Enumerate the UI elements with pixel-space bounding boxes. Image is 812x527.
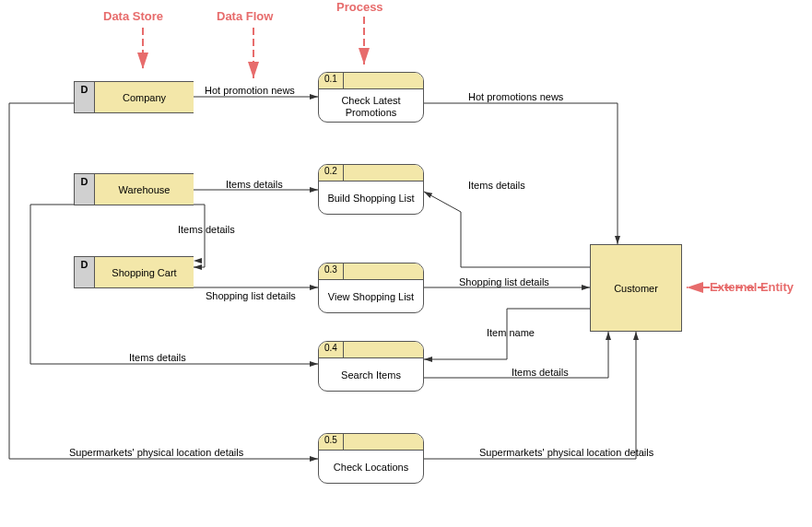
annot-data-flow: Data Flow	[217, 9, 273, 23]
process-0-4-label: Search Items	[319, 358, 423, 392]
annot-process: Process	[336, 0, 383, 14]
store-warehouse: D Warehouse	[74, 173, 194, 205]
process-0-3-num: 0.3	[319, 264, 344, 279]
flow-shopping-list-1: Shopping list details	[206, 290, 296, 301]
store-company: D Company	[74, 81, 194, 113]
process-0-4-num: 0.4	[319, 342, 344, 357]
store-warehouse-label: Warehouse	[95, 174, 194, 205]
flow-loc-1: Supermarkets' physical location details	[69, 447, 243, 458]
store-cart-label: Shopping Cart	[95, 257, 194, 287]
process-check-locations: 0.5 Check Locations	[318, 433, 424, 484]
flow-item-name: Item name	[487, 327, 535, 338]
process-view-list: 0.3 View Shopping List	[318, 263, 424, 313]
flow-items-details-5: Items details	[129, 352, 186, 363]
store-cart: D Shopping Cart	[74, 256, 194, 288]
process-check-promotions: 0.1 Check LatestPromotions	[318, 72, 424, 123]
store-cart-tag: D	[75, 257, 95, 287]
process-0-3-label: View Shopping List	[319, 280, 423, 313]
flow-loc-2: Supermarkets' physical location details	[479, 447, 653, 458]
process-0-2-label: Build Shopping List	[319, 182, 423, 215]
flow-items-details-3: Items details	[178, 224, 235, 235]
store-warehouse-tag: D	[75, 174, 95, 205]
process-0-1-num: 0.1	[319, 73, 344, 88]
flow-items-details-2: Items details	[468, 180, 525, 191]
store-company-label: Company	[95, 82, 194, 112]
process-search-items: 0.4 Search Items	[318, 341, 424, 392]
flow-shopping-list-2: Shopping list details	[459, 276, 549, 287]
annot-external-entity: External Entity	[710, 280, 794, 294]
entity-customer: Customer	[590, 244, 682, 332]
process-0-1-label: Check LatestPromotions	[319, 89, 423, 123]
flow-hot-promotion-news: Hot promotion news	[205, 85, 295, 96]
flow-hot-promotions-news: Hot promotions news	[468, 91, 563, 102]
process-build-list: 0.2 Build Shopping List	[318, 164, 424, 215]
process-0-2-num: 0.2	[319, 165, 344, 181]
annot-data-store: Data Store	[103, 9, 163, 23]
process-0-5-label: Check Locations	[319, 451, 423, 484]
flow-items-details-4: Items details	[512, 367, 569, 378]
store-company-tag: D	[75, 82, 95, 112]
flow-items-details-1: Items details	[226, 179, 283, 190]
process-0-5-num: 0.5	[319, 434, 344, 450]
